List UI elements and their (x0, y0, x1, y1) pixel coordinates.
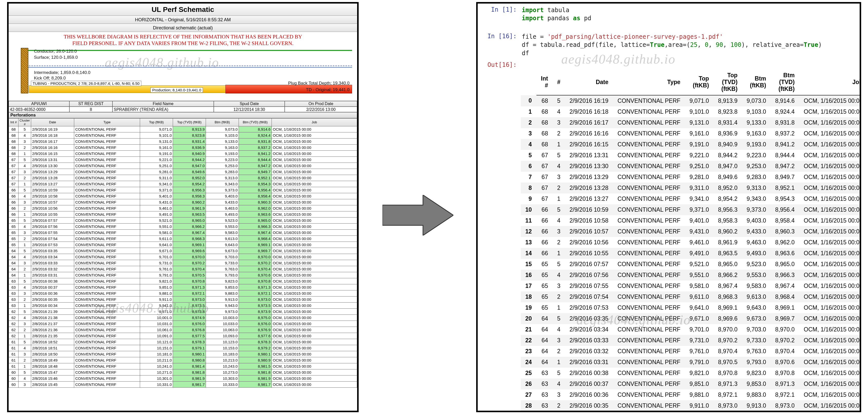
table-row: 6832/9/2016 16:17CONVENTIONAL PERF9,131.… (9, 138, 357, 144)
jp-prompt-out-16: Out[16]: (478, 61, 521, 68)
schematic-diagram: Conductor; 26.0-120.0 Surface; 120.0-1,8… (9, 48, 357, 101)
th-top: Top (ftKB) (140, 118, 173, 126)
tag-tubing: TUBING - PRODUCTION; 2 7/8; 26.0-8,897.4… (31, 81, 141, 86)
dataframe-output: aegis4048.github.io Int ##DateTypeTop (f… (521, 69, 860, 412)
th-date: Date (31, 118, 74, 126)
hdr-val-streg: 8 (69, 106, 113, 112)
table-row: 6642/9/2016 10:58CONVENTIONAL PERF9,401.… (9, 193, 357, 199)
table-row: 6712/9/2016 13:27CONVENTIONAL PERF9,341.… (9, 181, 357, 187)
table-row: 6732/9/2016 13:29CONVENTIONAL PERF9,281.… (9, 169, 357, 175)
hdr-lbl-api: API/UWI (9, 101, 69, 106)
table-row: 6722/9/2016 13:28CONVENTIONAL PERF9,311.… (9, 175, 357, 181)
table-row: 6332/9/2016 00:36CONVENTIONAL PERF9,881.… (9, 290, 357, 296)
table-row: 6242/8/2016 21:38CONVENTIONAL PERF10,001… (9, 315, 357, 321)
table-row: 6852/9/2016 16:19CONVENTIONAL PERF9,071.… (9, 126, 357, 132)
watermark: aegis4048.github.io (105, 55, 219, 70)
df-col-header: Job (799, 69, 861, 95)
hdr-val-prod: 2/22/2016 13:00 (285, 106, 357, 112)
th-type: Type (74, 118, 140, 126)
table-row: 6842/9/2016 16:18CONVENTIONAL PERF9,101.… (9, 132, 357, 138)
table-row: 6252/8/2016 21:39CONVENTIONAL PERF9,971.… (9, 309, 357, 315)
table-row: 126632/9/2016 10:57CONVENTIONAL PERF9,43… (521, 226, 861, 237)
banner-line-1: THIS WELLBORE DIAGRAM IS REFLECTIVE OF T… (19, 33, 347, 40)
table-row: 6232/8/2016 21:37CONVENTIONAL PERF10,031… (9, 321, 357, 327)
header-grid: API/UWI ST REG DIST Field Name Spud Date… (9, 101, 357, 112)
arrow-icon (382, 195, 454, 235)
table-row: 6812/9/2016 16:15CONVENTIONAL PERF9,191.… (9, 150, 357, 157)
table-row: 6622/9/2016 10:56CONVENTIONAL PERF9,461.… (9, 205, 357, 211)
hdr-lbl-spud: Spud Date (214, 101, 285, 106)
table-row: 206452/9/2016 03:35CONVENTIONAL PERF9,67… (521, 313, 861, 324)
report-subtitle2: Directional schematic (actual) (9, 24, 357, 32)
label-kickoff: Kick Off; 8,209.0 (34, 76, 66, 81)
table-row: 6222/8/2016 21:36CONVENTIONAL PERF10,061… (9, 327, 357, 333)
table-row: 6112/8/2016 18:48CONVENTIONAL PERF10,241… (9, 363, 357, 369)
jp-code-1[interactable]: import tabula import pandas as pd (521, 6, 860, 23)
df-col-header: Top (TVD) (ftKB) (713, 69, 742, 95)
table-row: 6512/9/2016 07:53CONVENTIONAL PERF9,641.… (9, 242, 357, 248)
th-cluster: Cluster # (19, 118, 31, 126)
table-row: 226432/9/2016 03:33CONVENTIONAL PERF9,73… (521, 335, 861, 346)
jp-prompt-in-16: In [16]: (478, 32, 521, 40)
table-row: 6052/8/2016 15:47CONVENTIONAL PERF10,271… (9, 369, 357, 375)
df-col-header: Btm (ftKB) (742, 69, 771, 95)
df-col-header: Int # (536, 69, 553, 95)
df-col-header: Top (ftKB) (685, 69, 713, 95)
tag-production: Production; 8,140.0-19,441.0 (150, 87, 203, 93)
table-row: 6212/8/2016 21:35CONVENTIONAL PERF10,091… (9, 333, 357, 339)
table-row: 6542/9/2016 07:56CONVENTIONAL PERF9,551.… (9, 223, 357, 229)
df-col-header: Type (613, 69, 685, 95)
table-row: 6322/9/2016 00:35CONVENTIONAL PERF9,911.… (9, 296, 357, 302)
table-row: 6822/9/2016 16:16CONVENTIONAL PERF9,161.… (9, 144, 357, 150)
jupyter-panel: In [1]: import tabula import pandas as p… (476, 2, 861, 412)
label-plugback: Plug Back Total Depth; 19,340.0 (288, 81, 349, 86)
table-row: 36822/9/2016 16:16CONVENTIONAL PERF9,161… (521, 128, 861, 139)
table-row: 06852/9/2016 16:19CONVENTIONAL PERF9,071… (521, 95, 861, 106)
table-row: 6552/9/2016 07:57CONVENTIONAL PERF9,521.… (9, 217, 357, 223)
jp-cell-1: In [1]: import tabula import pandas as p… (478, 4, 860, 24)
th-int: Int # (9, 118, 19, 126)
table-row: 6742/9/2016 13:30CONVENTIONAL PERF9,251.… (9, 163, 357, 169)
table-row: 6412/9/2016 03:31CONVENTIONAL PERF9,791.… (9, 272, 357, 278)
table-row: 156552/9/2016 07:57CONVENTIONAL PERF9,52… (521, 259, 861, 270)
table-row: 6142/8/2016 18:51CONVENTIONAL PERF10,151… (9, 345, 357, 351)
df-col-header: Btm (TVD) (ftKB) (771, 69, 799, 95)
table-row: 6312/9/2016 00:34CONVENTIONAL PERF9,941.… (9, 302, 357, 309)
table-row: 106652/9/2016 10:59CONVENTIONAL PERF9,37… (521, 204, 861, 215)
hdr-val-field: SPRABERRY (TREND AREA) (113, 106, 214, 112)
table-row: 136622/9/2016 10:56CONVENTIONAL PERF9,46… (521, 237, 861, 248)
df-col-header: # (553, 69, 565, 95)
jp-prompt-in-1: In [1]: (478, 6, 521, 13)
canvas: UL Perf Schematic HORIZONTAL - Original,… (0, 0, 868, 416)
table-row: 86722/9/2016 13:28CONVENTIONAL PERF9,311… (521, 183, 861, 193)
th-job: Job (272, 118, 357, 126)
table-row: 176532/9/2016 07:55CONVENTIONAL PERF9,58… (521, 281, 861, 291)
df-col-header: Date (565, 69, 613, 95)
table-row: 6352/9/2016 00:38CONVENTIONAL PERF9,821.… (9, 278, 357, 284)
report-subtitle: HORIZONTAL - Original, 5/16/2016 8:55:32… (9, 16, 357, 24)
hdr-val-spud: 12/12/2014 18:30 (214, 106, 285, 112)
table-row: 116642/9/2016 10:58CONVENTIONAL PERF9,40… (521, 215, 861, 226)
table-row: 196512/9/2016 07:53CONVENTIONAL PERF9,64… (521, 302, 861, 313)
th-toptvd: Top (TVD) (ftKB) (173, 118, 206, 126)
table-row: 256352/9/2016 00:38CONVENTIONAL PERF9,82… (521, 367, 861, 379)
dataframe-table: Int ##DateTypeTop (ftKB)Top (TVD) (ftKB)… (521, 69, 861, 412)
table-row: 6652/9/2016 10:59CONVENTIONAL PERF9,371.… (9, 187, 357, 193)
hdr-val-api: 42-003-46352-0000 (9, 106, 69, 112)
table-row: 186522/9/2016 07:54CONVENTIONAL PERF9,61… (521, 291, 861, 302)
perforations-table: Int # Cluster # Date Type Top (ftKB) Top… (9, 118, 357, 388)
label-surface: Surface; 120.0-1,859.0 (34, 55, 78, 60)
hdr-lbl-field: Field Name (113, 101, 214, 106)
table-row: 286322/9/2016 00:35CONVENTIONAL PERF9,91… (521, 400, 861, 411)
table-row: 6122/8/2016 18:49CONVENTIONAL PERF10,211… (9, 357, 357, 363)
table-row: 6432/9/2016 03:33CONVENTIONAL PERF9,731.… (9, 260, 357, 266)
table-row: 6612/9/2016 10:55CONVENTIONAL PERF9,491.… (9, 211, 357, 217)
table-row: 266342/9/2016 00:37CONVENTIONAL PERF9,85… (521, 379, 861, 389)
jp-cell-out-16: Out[16]: (478, 59, 860, 69)
table-row: 96712/9/2016 13:27CONVENTIONAL PERF9,341… (521, 193, 861, 204)
table-row: 46812/9/2016 16:15CONVENTIONAL PERF9,191… (521, 139, 861, 150)
table-row: 6032/8/2016 15:45CONVENTIONAL PERF10,331… (9, 381, 357, 387)
svg-marker-0 (382, 195, 454, 235)
df-idx-header (521, 69, 536, 95)
jp-code-16[interactable]: file = 'pdf_parsing/lattice-pioneer-surv… (521, 32, 860, 58)
